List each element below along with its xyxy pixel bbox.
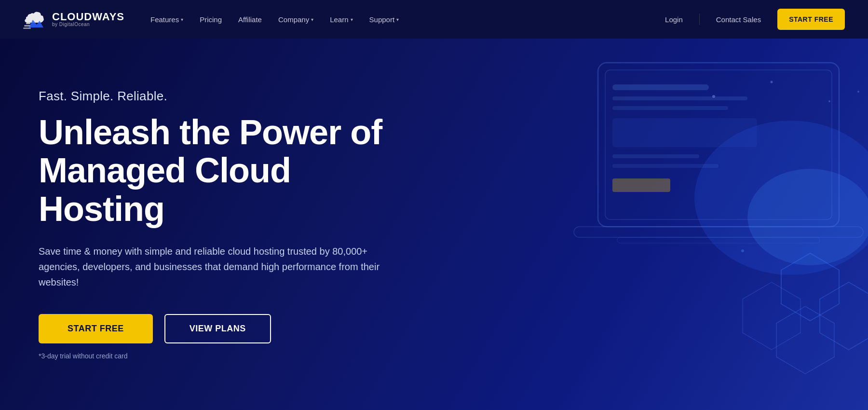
features-dropdown-icon: ▾ (181, 17, 183, 22)
navbar: CLOUDWAYS by DigitalOcean Features ▾ Pri… (0, 0, 868, 39)
brand-name: CLOUDWAYS (52, 12, 124, 22)
hero-decoration (463, 53, 868, 400)
svg-rect-22 (612, 154, 699, 158)
company-dropdown-icon: ▾ (311, 17, 313, 22)
svg-point-14 (771, 81, 773, 83)
svg-rect-0 (26, 23, 30, 24)
svg-rect-19 (612, 96, 747, 100)
nav-support[interactable]: Support ▾ (363, 12, 406, 27)
svg-point-17 (741, 249, 744, 252)
svg-point-15 (828, 100, 830, 102)
trial-note: *3-day trial without credit card (39, 352, 424, 360)
nav-divider (699, 14, 700, 25)
svg-rect-23 (612, 164, 719, 168)
nav-learn[interactable]: Learn ▾ (323, 12, 359, 27)
svg-rect-18 (612, 84, 709, 90)
start-free-nav-button[interactable]: START FREE (777, 9, 845, 30)
hero-section: Fast. Simple. Reliable. Unleash the Powe… (0, 39, 868, 410)
brand-sub: by DigitalOcean (52, 22, 124, 27)
nav-company[interactable]: Company ▾ (271, 12, 320, 27)
support-dropdown-icon: ▾ (396, 17, 399, 22)
svg-rect-24 (612, 178, 670, 192)
learn-dropdown-icon: ▾ (351, 17, 353, 22)
nav-links: Features ▾ Pricing Affiliate Company ▾ L… (144, 12, 406, 27)
view-plans-button[interactable]: VIEW PLANS (164, 314, 271, 343)
login-button[interactable]: Login (658, 12, 690, 27)
hero-tagline: Fast. Simple. Reliable. (39, 89, 424, 104)
nav-features[interactable]: Features ▾ (144, 12, 190, 27)
navbar-right: Login Contact Sales START FREE (658, 9, 845, 30)
svg-rect-1 (24, 25, 30, 27)
navbar-left: CLOUDWAYS by DigitalOcean Features ▾ Pri… (23, 9, 406, 29)
logo[interactable]: CLOUDWAYS by DigitalOcean (23, 9, 124, 29)
nav-affiliate[interactable]: Affiliate (231, 12, 269, 27)
contact-sales-button[interactable]: Contact Sales (709, 12, 768, 27)
hero-buttons: START FREE VIEW PLANS (39, 314, 424, 343)
svg-point-12 (747, 169, 868, 265)
svg-rect-20 (612, 106, 728, 110)
svg-rect-2 (23, 27, 31, 29)
hero-description: Save time & money with simple and reliab… (39, 244, 405, 290)
start-free-hero-button[interactable]: START FREE (39, 314, 153, 343)
hero-title: Unleash the Power of Managed Cloud Hosti… (39, 113, 424, 228)
svg-point-16 (857, 91, 859, 93)
hero-content: Fast. Simple. Reliable. Unleash the Powe… (0, 89, 463, 360)
logo-icon (23, 9, 47, 29)
nav-pricing[interactable]: Pricing (193, 12, 229, 27)
svg-rect-21 (612, 118, 757, 147)
logo-text: CLOUDWAYS by DigitalOcean (52, 12, 124, 27)
